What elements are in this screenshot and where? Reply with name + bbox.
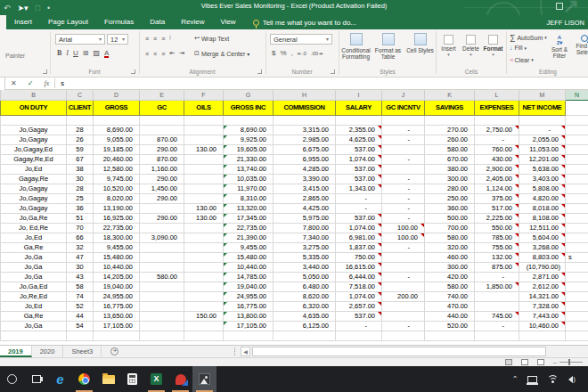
cell[interactable]: Jo,Gagay xyxy=(1,193,67,203)
cell[interactable]: 375.00 xyxy=(475,193,519,203)
chrome-icon[interactable] xyxy=(72,366,96,392)
cell[interactable]: 13,740.00 xyxy=(224,164,274,174)
sheet-tab-sheet3[interactable]: Sheet3 xyxy=(63,346,102,357)
cell[interactable]: 14,321.00 xyxy=(519,291,566,301)
column-header-I[interactable]: I xyxy=(336,90,382,100)
cell[interactable]: 440.00 xyxy=(425,311,475,321)
cell[interactable]: 200.00 xyxy=(382,291,425,301)
cell[interactable]: 13,190.00 xyxy=(94,203,140,213)
align-middle-icon[interactable]: ≡ xyxy=(153,36,157,42)
cell[interactable]: 11,053.00 xyxy=(519,144,566,154)
bold-icon[interactable]: B xyxy=(57,49,61,57)
font-name-combo[interactable]: Arial▾ xyxy=(55,34,105,45)
cell[interactable]: 13,650.00 xyxy=(94,311,140,321)
cell[interactable]: 1,124.00 xyxy=(475,184,519,193)
tab-formulas[interactable]: Formulas xyxy=(96,15,142,29)
cell[interactable]: 8,020.00 xyxy=(94,193,140,203)
cell[interactable]: 58 xyxy=(67,282,94,291)
cell[interactable]: - xyxy=(382,321,425,331)
column-header-F[interactable]: F xyxy=(184,90,224,100)
cell[interactable]: 15,480.00 xyxy=(94,252,140,262)
cell[interactable]: Jo,Ga xyxy=(1,262,67,272)
header-cell-salary[interactable]: SALARY xyxy=(336,100,382,115)
cell[interactable]: 15,480.00 xyxy=(224,252,274,262)
cell[interactable]: 130.00 xyxy=(184,213,224,223)
cell[interactable]: Jo,Ga xyxy=(1,321,67,331)
cell[interactable]: 16,615.00 xyxy=(336,262,382,272)
cell[interactable] xyxy=(184,135,224,144)
align-center-icon[interactable]: ≡ xyxy=(153,51,157,57)
header-cell-client[interactable]: CLIENT xyxy=(67,100,94,115)
cell[interactable]: 520.00 xyxy=(425,321,475,331)
cell[interactable] xyxy=(140,282,184,291)
column-header-K[interactable]: K xyxy=(425,90,475,100)
cell[interactable]: - xyxy=(336,203,382,213)
borders-icon[interactable]: ⊞ xyxy=(83,49,89,57)
cell[interactable]: - xyxy=(475,321,519,331)
cell[interactable]: 26 xyxy=(67,135,94,144)
empty-cell[interactable] xyxy=(566,223,588,233)
empty-cell[interactable] xyxy=(1,115,67,125)
cell[interactable]: Jo,Ed xyxy=(1,233,67,242)
header-cell-oils[interactable]: OILS xyxy=(184,100,224,115)
tab-page-layout[interactable]: Page Layout xyxy=(40,15,96,29)
cell[interactable]: 19,040.00 xyxy=(94,282,140,291)
column-header-C[interactable]: C xyxy=(67,90,94,100)
cell[interactable]: Jo,Re,Ed xyxy=(1,291,67,301)
cell[interactable] xyxy=(184,223,224,233)
cortana-icon[interactable] xyxy=(0,366,24,392)
empty-cell[interactable] xyxy=(566,301,588,311)
cell[interactable]: 755.00 xyxy=(475,242,519,252)
cell[interactable]: 9,925.00 xyxy=(224,135,274,144)
cell[interactable]: 100.00 xyxy=(382,223,425,233)
empty-cell[interactable] xyxy=(566,242,588,252)
cell[interactable]: Ga,Re xyxy=(1,242,67,252)
header-cell-commission[interactable]: COMMISSION xyxy=(274,100,336,115)
cell[interactable]: 8,620.00 xyxy=(274,291,336,301)
cell[interactable]: 70 xyxy=(67,223,94,233)
clear-button[interactable]: ◃ Clear▾ xyxy=(510,56,534,63)
cell[interactable]: 9,745.00 xyxy=(94,174,140,184)
cell[interactable]: 19,040.00 xyxy=(224,282,274,291)
cell[interactable] xyxy=(184,321,224,331)
cell[interactable]: 44 xyxy=(67,311,94,321)
empty-cell[interactable] xyxy=(566,282,588,291)
cell[interactable]: 8,803.00 xyxy=(519,252,566,262)
increase-decimal-icon[interactable]: ↞.0 xyxy=(298,50,306,56)
volume-icon[interactable]: ) xyxy=(568,375,576,383)
calculator-icon[interactable] xyxy=(120,366,144,392)
cell[interactable] xyxy=(140,301,184,311)
cell[interactable] xyxy=(184,174,224,184)
cell[interactable]: 17,105.00 xyxy=(224,321,274,331)
empty-cell[interactable] xyxy=(94,115,140,125)
cell[interactable]: 19,185.00 xyxy=(94,144,140,154)
cell[interactable] xyxy=(382,144,425,154)
cell[interactable]: Jo,Ga xyxy=(1,272,67,282)
cell[interactable]: 17,105.00 xyxy=(94,321,140,331)
cell[interactable] xyxy=(382,252,425,262)
cell[interactable]: 47 xyxy=(67,252,94,262)
cell[interactable]: 537.00 xyxy=(336,164,382,174)
cell[interactable]: 52 xyxy=(67,301,94,311)
cell[interactable]: - xyxy=(382,135,425,144)
cell[interactable]: 12,201.00 xyxy=(519,154,566,164)
empty-cell[interactable] xyxy=(425,331,475,340)
cell[interactable]: 24,955.00 xyxy=(94,291,140,301)
empty-cell[interactable] xyxy=(519,331,566,340)
empty-cell[interactable] xyxy=(566,154,588,164)
page-layout-view-icon[interactable] xyxy=(521,359,528,365)
cell[interactable]: 59 xyxy=(67,144,94,154)
cell[interactable]: 5,604.00 xyxy=(519,233,566,242)
empty-cell[interactable] xyxy=(475,115,519,125)
cell[interactable]: 132.00 xyxy=(475,252,519,262)
cell[interactable] xyxy=(184,282,224,291)
cell[interactable]: 290.00 xyxy=(140,144,184,154)
cell[interactable] xyxy=(184,291,224,301)
header-cell-on-duty[interactable]: ON DUTY xyxy=(1,100,67,115)
cell[interactable]: 43 xyxy=(67,272,94,282)
cell[interactable]: 3,090.00 xyxy=(140,233,184,242)
cell[interactable]: 6,125.00 xyxy=(274,321,336,331)
empty-cell[interactable] xyxy=(566,311,588,321)
empty-cell[interactable] xyxy=(566,144,588,154)
cell[interactable]: 2,985.00 xyxy=(274,135,336,144)
